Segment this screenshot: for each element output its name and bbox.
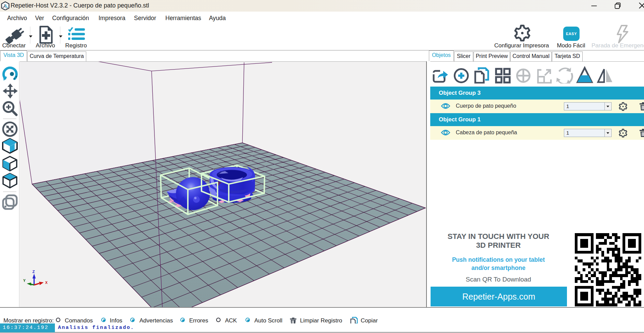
svg-text:Z: Z [32, 270, 35, 274]
svg-text:X: X [45, 281, 48, 285]
svg-text:Y: Y [23, 278, 26, 283]
